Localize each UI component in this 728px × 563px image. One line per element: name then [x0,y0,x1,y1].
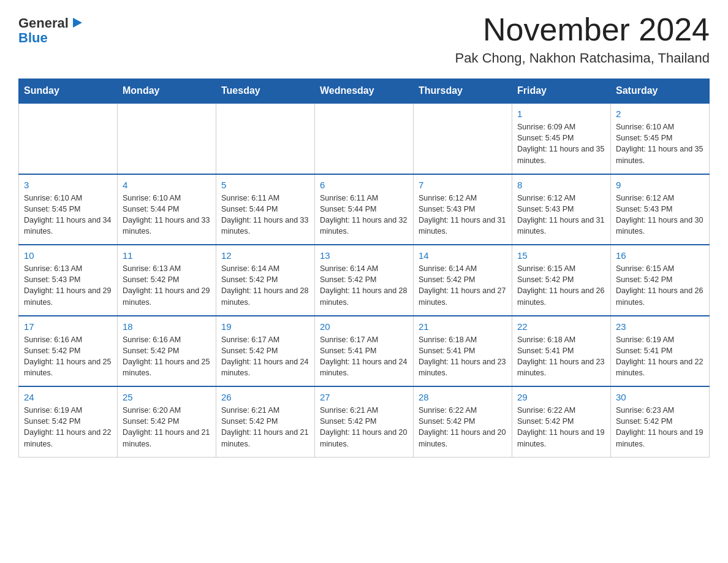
day-info: Sunrise: 6:10 AM Sunset: 5:45 PM Dayligh… [24,193,112,237]
day-number: 29 [517,392,605,402]
calendar-cell: 29Sunrise: 6:22 AM Sunset: 5:42 PM Dayli… [512,386,611,457]
calendar-cell: 21Sunrise: 6:18 AM Sunset: 5:41 PM Dayli… [414,316,512,387]
calendar-cell: 24Sunrise: 6:19 AM Sunset: 5:42 PM Dayli… [19,386,118,457]
day-number: 14 [419,250,507,261]
page-title: November 2024 [455,12,710,47]
day-info: Sunrise: 6:14 AM Sunset: 5:42 PM Dayligh… [419,263,507,308]
day-number: 25 [123,392,211,402]
calendar-cell [414,103,512,174]
day-info: Sunrise: 6:15 AM Sunset: 5:42 PM Dayligh… [616,263,704,308]
day-number: 8 [517,180,605,190]
calendar-cell: 15Sunrise: 6:15 AM Sunset: 5:42 PM Dayli… [512,245,611,316]
day-number: 28 [419,392,507,402]
day-info: Sunrise: 6:19 AM Sunset: 5:41 PM Dayligh… [616,334,704,379]
calendar-cell: 23Sunrise: 6:19 AM Sunset: 5:41 PM Dayli… [611,316,710,387]
day-info: Sunrise: 6:18 AM Sunset: 5:41 PM Dayligh… [419,334,507,379]
calendar-cell [315,103,414,174]
calendar-cell: 11Sunrise: 6:13 AM Sunset: 5:42 PM Dayli… [118,245,216,316]
day-info: Sunrise: 6:12 AM Sunset: 5:43 PM Dayligh… [517,193,605,237]
day-number: 15 [517,250,605,261]
day-info: Sunrise: 6:14 AM Sunset: 5:42 PM Dayligh… [221,263,309,308]
day-number: 2 [616,109,704,119]
day-info: Sunrise: 6:09 AM Sunset: 5:45 PM Dayligh… [517,121,605,166]
day-info: Sunrise: 6:17 AM Sunset: 5:41 PM Dayligh… [320,334,408,379]
day-number: 18 [123,321,211,332]
day-info: Sunrise: 6:10 AM Sunset: 5:45 PM Dayligh… [616,121,704,166]
calendar-header-friday: Friday [512,79,611,104]
day-info: Sunrise: 6:17 AM Sunset: 5:42 PM Dayligh… [221,334,309,379]
day-number: 11 [123,250,211,261]
calendar-cell: 30Sunrise: 6:23 AM Sunset: 5:42 PM Dayli… [611,386,710,457]
day-info: Sunrise: 6:12 AM Sunset: 5:43 PM Dayligh… [419,193,507,237]
calendar-cell: 2Sunrise: 6:10 AM Sunset: 5:45 PM Daylig… [611,103,710,174]
calendar-cell: 9Sunrise: 6:12 AM Sunset: 5:43 PM Daylig… [611,174,710,245]
day-number: 3 [24,180,112,190]
calendar-cell: 1Sunrise: 6:09 AM Sunset: 5:45 PM Daylig… [512,103,611,174]
day-number: 12 [221,250,309,261]
day-info: Sunrise: 6:14 AM Sunset: 5:42 PM Dayligh… [320,263,408,308]
day-info: Sunrise: 6:21 AM Sunset: 5:42 PM Dayligh… [221,405,309,450]
calendar-cell: 13Sunrise: 6:14 AM Sunset: 5:42 PM Dayli… [315,245,414,316]
calendar-header-monday: Monday [118,79,216,104]
calendar-cell: 12Sunrise: 6:14 AM Sunset: 5:42 PM Dayli… [216,245,315,316]
day-number: 21 [419,321,507,332]
calendar-header-thursday: Thursday [414,79,512,104]
calendar-cell: 27Sunrise: 6:21 AM Sunset: 5:42 PM Dayli… [315,386,414,457]
day-number: 26 [221,392,309,402]
calendar-header-saturday: Saturday [611,79,710,104]
calendar-cell [19,103,118,174]
day-number: 13 [320,250,408,261]
logo-general-text: General [18,17,69,30]
calendar-cell: 28Sunrise: 6:22 AM Sunset: 5:42 PM Dayli… [414,386,512,457]
logo-blue-text: Blue [18,31,48,45]
calendar-week-row: 17Sunrise: 6:16 AM Sunset: 5:42 PM Dayli… [19,316,710,387]
calendar-cell [216,103,315,174]
day-info: Sunrise: 6:12 AM Sunset: 5:43 PM Dayligh… [616,193,704,237]
day-info: Sunrise: 6:21 AM Sunset: 5:42 PM Dayligh… [320,405,408,450]
calendar-cell: 6Sunrise: 6:11 AM Sunset: 5:44 PM Daylig… [315,174,414,245]
calendar-cell: 25Sunrise: 6:20 AM Sunset: 5:42 PM Dayli… [118,386,216,457]
day-number: 19 [221,321,309,332]
day-number: 1 [517,109,605,119]
day-number: 27 [320,392,408,402]
day-number: 5 [221,180,309,190]
day-info: Sunrise: 6:16 AM Sunset: 5:42 PM Dayligh… [123,334,211,379]
day-number: 16 [616,250,704,261]
calendar-cell: 22Sunrise: 6:18 AM Sunset: 5:41 PM Dayli… [512,316,611,387]
page-header: General Blue November 2024 Pak Chong, Na… [18,12,710,66]
day-info: Sunrise: 6:18 AM Sunset: 5:41 PM Dayligh… [517,334,605,379]
day-info: Sunrise: 6:23 AM Sunset: 5:42 PM Dayligh… [616,405,704,450]
day-number: 6 [320,180,408,190]
day-number: 30 [616,392,704,402]
day-info: Sunrise: 6:13 AM Sunset: 5:42 PM Dayligh… [123,263,211,308]
calendar-cell: 14Sunrise: 6:14 AM Sunset: 5:42 PM Dayli… [414,245,512,316]
calendar-week-row: 24Sunrise: 6:19 AM Sunset: 5:42 PM Dayli… [19,386,710,457]
day-number: 9 [616,180,704,190]
calendar-header-wednesday: Wednesday [315,79,414,104]
day-info: Sunrise: 6:11 AM Sunset: 5:44 PM Dayligh… [221,193,309,237]
day-number: 4 [123,180,211,190]
calendar-header-row: SundayMondayTuesdayWednesdayThursdayFrid… [19,79,710,104]
day-info: Sunrise: 6:13 AM Sunset: 5:43 PM Dayligh… [24,263,112,308]
day-info: Sunrise: 6:19 AM Sunset: 5:42 PM Dayligh… [24,405,112,450]
calendar-cell: 3Sunrise: 6:10 AM Sunset: 5:45 PM Daylig… [19,174,118,245]
calendar-cell: 10Sunrise: 6:13 AM Sunset: 5:43 PM Dayli… [19,245,118,316]
calendar-cell: 5Sunrise: 6:11 AM Sunset: 5:44 PM Daylig… [216,174,315,245]
day-number: 7 [419,180,507,190]
calendar-cell: 4Sunrise: 6:10 AM Sunset: 5:44 PM Daylig… [118,174,216,245]
day-info: Sunrise: 6:22 AM Sunset: 5:42 PM Dayligh… [419,405,507,450]
calendar-header-tuesday: Tuesday [216,79,315,104]
calendar-cell: 17Sunrise: 6:16 AM Sunset: 5:42 PM Dayli… [19,316,118,387]
calendar-cell: 8Sunrise: 6:12 AM Sunset: 5:43 PM Daylig… [512,174,611,245]
page-subtitle: Pak Chong, Nakhon Ratchasima, Thailand [455,50,710,66]
calendar-cell: 19Sunrise: 6:17 AM Sunset: 5:42 PM Dayli… [216,316,315,387]
day-number: 10 [24,250,112,261]
calendar-week-row: 10Sunrise: 6:13 AM Sunset: 5:43 PM Dayli… [19,245,710,316]
logo: General Blue [18,12,83,45]
day-number: 17 [24,321,112,332]
calendar-week-row: 1Sunrise: 6:09 AM Sunset: 5:45 PM Daylig… [19,103,710,174]
day-number: 23 [616,321,704,332]
day-info: Sunrise: 6:15 AM Sunset: 5:42 PM Dayligh… [517,263,605,308]
calendar-cell: 18Sunrise: 6:16 AM Sunset: 5:42 PM Dayli… [118,316,216,387]
day-info: Sunrise: 6:22 AM Sunset: 5:42 PM Dayligh… [517,405,605,450]
